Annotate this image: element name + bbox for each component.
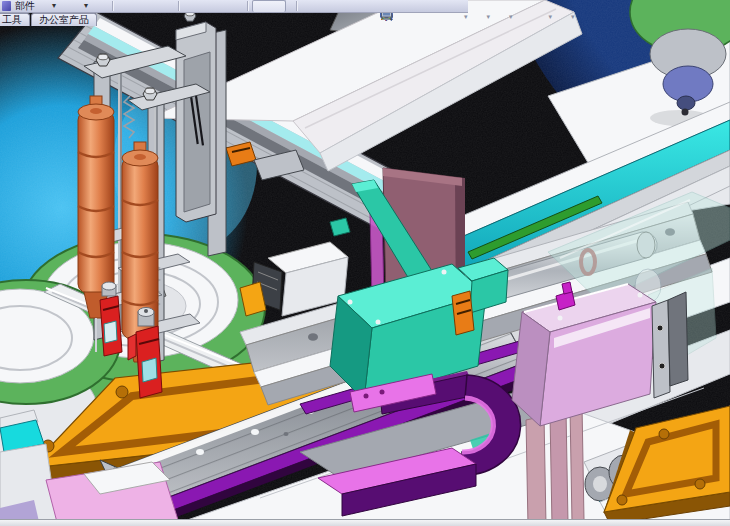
- commandmanager-tabs: 工具 办公室产品: [0, 13, 98, 26]
- chevron-down-icon[interactable]: ▾: [487, 9, 491, 24]
- cad-application-window: 部件 ▾ ▾ 工具 办公室产品 ▾ ▾ ▾ ▾ ▾: [0, 0, 730, 526]
- model-viewport[interactable]: [0, 0, 730, 526]
- z-axis-tower[interactable]: [176, 11, 216, 222]
- view-settings-icon[interactable]: [555, 9, 570, 24]
- dropdown-caret-icon[interactable]: ▾: [52, 0, 56, 12]
- display-style-icon[interactable]: [471, 9, 486, 24]
- chevron-down-icon[interactable]: ▾: [509, 9, 513, 24]
- toolbar-separator: [178, 1, 179, 11]
- insert-component-icon[interactable]: [2, 1, 11, 11]
- toolbar-separator: [247, 1, 248, 11]
- status-bar: [0, 519, 730, 526]
- toolbar-separator: [112, 1, 113, 11]
- command-toolbar: 部件 ▾ ▾: [0, 0, 468, 13]
- chevron-down-icon[interactable]: ▾: [549, 9, 553, 24]
- edit-appearance-icon[interactable]: [516, 9, 531, 24]
- tab-tools[interactable]: 工具: [0, 13, 30, 26]
- dropdown-caret-icon[interactable]: ▾: [84, 0, 88, 12]
- apply-scene-icon[interactable]: [533, 9, 548, 24]
- hide-show-items-icon[interactable]: [493, 9, 508, 24]
- chevron-down-icon[interactable]: ▾: [571, 9, 575, 24]
- tab-office-products[interactable]: 办公室产品: [31, 13, 97, 26]
- component-button[interactable]: 部件: [15, 0, 35, 12]
- toolbar-button[interactable]: [252, 0, 286, 12]
- toolbar-separator: [296, 1, 297, 11]
